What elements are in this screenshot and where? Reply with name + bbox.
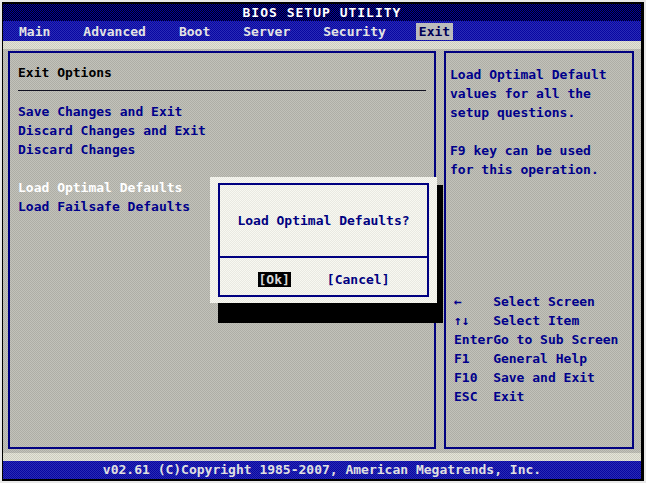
menu-item-server[interactable]: Server <box>243 24 290 39</box>
legend-key-f10: F10 <box>448 368 493 387</box>
legend-action: Exit <box>493 387 618 406</box>
dialog-buttons: [Ok] [Cancel] <box>220 272 427 287</box>
status-bar: v02.61 (C)Copyright 1985-2007, American … <box>3 461 641 479</box>
legend-action: Go to Sub Screen <box>493 330 618 349</box>
help-paragraph: Load Optimal Default values for all the … <box>450 65 610 122</box>
menu-item-exit[interactable]: Exit <box>416 23 453 40</box>
legend-row: ← Select Screen <box>448 292 618 311</box>
menu-item-boot[interactable]: Boot <box>179 24 210 39</box>
legend-key-esc: ESC <box>448 387 493 406</box>
heading-divider <box>18 90 426 91</box>
legend-row: F1 General Help <box>448 349 618 368</box>
dialog-message: Load Optimal Defaults? <box>220 213 427 228</box>
panel-heading: Exit Options <box>10 53 434 80</box>
legend-key-enter: Enter <box>448 330 493 349</box>
help-panel: Load Optimal Default values for all the … <box>444 51 634 449</box>
option-discard-changes[interactable]: Discard Changes <box>18 140 434 159</box>
legend-row: ↑↓ Select Item <box>448 311 618 330</box>
menu-item-main[interactable]: Main <box>19 24 50 39</box>
top-separator-strip <box>3 41 641 49</box>
dialog-divider <box>220 256 427 258</box>
bottom-separator-strip <box>3 453 641 461</box>
legend-key-f1: F1 <box>448 349 493 368</box>
legend-action: Select Screen <box>493 292 618 311</box>
menu-bar: Main Advanced Boot Server Security Exit <box>3 21 641 41</box>
ok-button[interactable]: [Ok] <box>258 272 291 287</box>
legend-key-left-arrow-icon: ← <box>448 292 493 311</box>
legend-action: Save and Exit <box>493 368 618 387</box>
legend-row: ESC Exit <box>448 387 618 406</box>
bios-setup-screen: BIOS SETUP UTILITY Main Advanced Boot Se… <box>0 0 646 483</box>
bios-title: BIOS SETUP UTILITY <box>243 5 402 20</box>
copyright-text: v02.61 (C)Copyright 1985-2007, American … <box>103 462 541 477</box>
menu-item-security[interactable]: Security <box>323 24 386 39</box>
legend-row: Enter Go to Sub Screen <box>448 330 618 349</box>
cancel-button[interactable]: [Cancel] <box>327 272 390 287</box>
help-text: Load Optimal Default values for all the … <box>446 53 614 179</box>
legend-key-up-down-arrows-icon: ↑↓ <box>448 311 493 330</box>
dialog-border: Load Optimal Defaults? [Ok] [Cancel] <box>218 183 429 297</box>
legend-action: Select Item <box>493 311 618 330</box>
help-paragraph: F9 key can be used for this operation. <box>450 141 610 179</box>
option-discard-changes-and-exit[interactable]: Discard Changes and Exit <box>18 121 434 140</box>
hotkey-legend: ← Select Screen ↑↓ Select Item Enter Go … <box>448 292 618 406</box>
confirm-dialog: Load Optimal Defaults? [Ok] [Cancel] <box>210 177 437 303</box>
option-save-changes-and-exit[interactable]: Save Changes and Exit <box>18 102 434 121</box>
legend-action: General Help <box>493 349 618 368</box>
menu-item-advanced[interactable]: Advanced <box>83 24 146 39</box>
legend-row: F10 Save and Exit <box>448 368 618 387</box>
title-bar: BIOS SETUP UTILITY <box>3 4 641 21</box>
